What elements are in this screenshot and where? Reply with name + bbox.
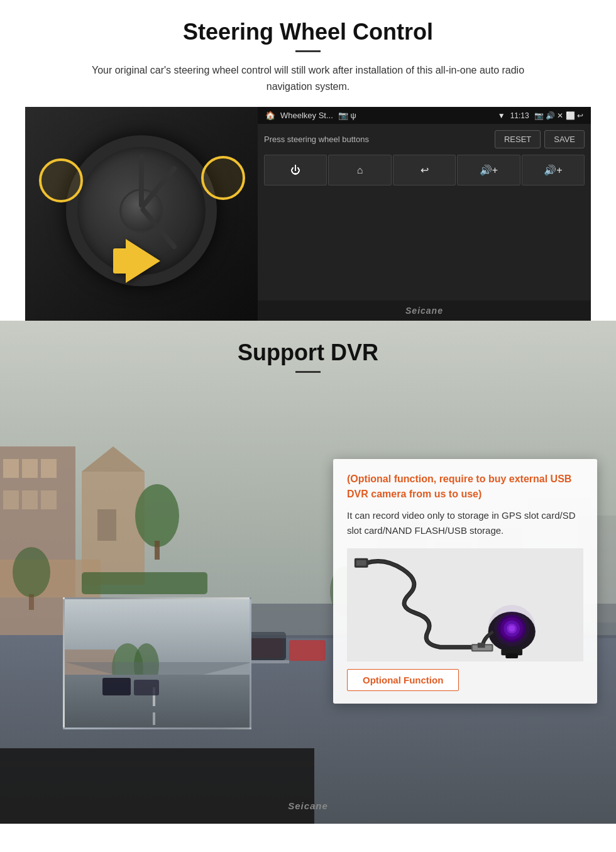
yellow-highlight-left: [39, 158, 83, 202]
svg-rect-45: [134, 680, 159, 695]
time-display: 11:13: [510, 111, 529, 120]
dvr-camera-svg: [347, 550, 583, 660]
swc-image-container: 🏠 Wheelkey St... 📷 ψ ▼ 11:13 📷 🔊 ✕ ⬜ ↩ P…: [25, 107, 591, 321]
svg-rect-19: [251, 660, 289, 663]
android-ui-body: Press steering wheel buttons RESET SAVE …: [258, 124, 591, 301]
svg-rect-3: [22, 459, 38, 478]
svg-rect-61: [478, 643, 485, 648]
svg-rect-2: [3, 459, 19, 478]
yellow-highlight-right: [201, 156, 245, 200]
topbar-right: ▼ 11:13 📷 🔊 ✕ ⬜ ↩: [498, 111, 583, 120]
dvr-watermark: Seicane: [288, 800, 328, 811]
swc-title: Steering Wheel Control: [25, 19, 591, 45]
swc-title-divider: [295, 50, 321, 52]
svg-point-12: [135, 484, 179, 547]
power-btn[interactable]: ⏻: [264, 155, 327, 185]
vol-up-btn2[interactable]: 🔊+: [522, 155, 585, 185]
dvr-title-area: Support DVR: [0, 321, 616, 373]
steering-wheel-control-section: Steering Wheel Control Your original car…: [0, 0, 616, 321]
svg-rect-43: [153, 712, 155, 725]
steering-buttons-row: ⏻ ⌂ ↩ 🔊+ 🔊+: [264, 155, 585, 185]
optional-badge-container: Optional Function: [347, 669, 583, 691]
dvr-info-card: (Optional function, require to buy exter…: [333, 459, 597, 704]
status-icons: 📷 🔊 ✕ ⬜ ↩: [534, 111, 583, 120]
swc-description: Your original car's steering wheel contr…: [88, 62, 528, 94]
svg-rect-36: [0, 761, 314, 767]
android-ui-panel: 🏠 Wheelkey St... 📷 ψ ▼ 11:13 📷 🔊 ✕ ⬜ ↩ P…: [258, 107, 591, 321]
dvr-optional-text: (Optional function, require to buy exter…: [347, 472, 583, 502]
svg-rect-44: [102, 678, 131, 695]
svg-rect-35: [0, 748, 314, 824]
svg-rect-13: [155, 541, 160, 560]
svg-point-58: [488, 605, 536, 652]
app-name: Wheelkey St...: [280, 111, 333, 120]
svg-rect-4: [41, 459, 57, 478]
android-topbar: 🏠 Wheelkey St... 📷 ψ ▼ 11:13 📷 🔊 ✕ ⬜ ↩: [258, 107, 591, 124]
svg-rect-16: [82, 572, 207, 594]
svg-rect-6: [22, 490, 38, 509]
yellow-arrow-icon: [126, 239, 160, 283]
dvr-camera-image: [347, 548, 583, 661]
svg-rect-5: [3, 490, 19, 509]
optional-function-badge: Optional Function: [347, 669, 459, 691]
home-icon: 🏠: [265, 111, 275, 120]
dvr-description: It can record video only to storage in G…: [347, 508, 583, 538]
svg-rect-48: [356, 560, 366, 565]
svg-point-14: [13, 547, 50, 597]
dvr-title-divider: [295, 371, 321, 373]
svg-rect-11: [97, 509, 116, 541]
topbar-icons: 📷 ψ: [338, 111, 356, 120]
back-btn[interactable]: ↩: [393, 155, 456, 185]
swc-watermark: Seicane: [258, 301, 591, 321]
topbar-left: 🏠 Wheelkey St... 📷 ψ: [265, 111, 356, 120]
svg-rect-60: [505, 653, 518, 658]
steering-prompt: Press steering wheel buttons: [264, 135, 369, 144]
vol-up-btn1[interactable]: 🔊+: [457, 155, 520, 185]
dvr-title: Support DVR: [0, 340, 616, 366]
svg-rect-22: [289, 640, 326, 661]
thumbnail-svg: [65, 599, 251, 729]
dvr-screenshot-thumbnail: [63, 597, 251, 729]
svg-rect-7: [41, 490, 57, 509]
wheel-spoke-bottom: [139, 154, 144, 207]
support-dvr-section: Support DVR: [0, 321, 616, 824]
home-btn[interactable]: ⌂: [328, 155, 391, 185]
wifi-icon: ▼: [498, 111, 505, 120]
svg-rect-15: [29, 594, 34, 610]
steering-wheel-visual: [25, 107, 258, 321]
save-button[interactable]: SAVE: [544, 130, 585, 148]
steering-prompt-row: Press steering wheel buttons RESET SAVE: [264, 130, 585, 148]
reset-button[interactable]: RESET: [495, 130, 541, 148]
